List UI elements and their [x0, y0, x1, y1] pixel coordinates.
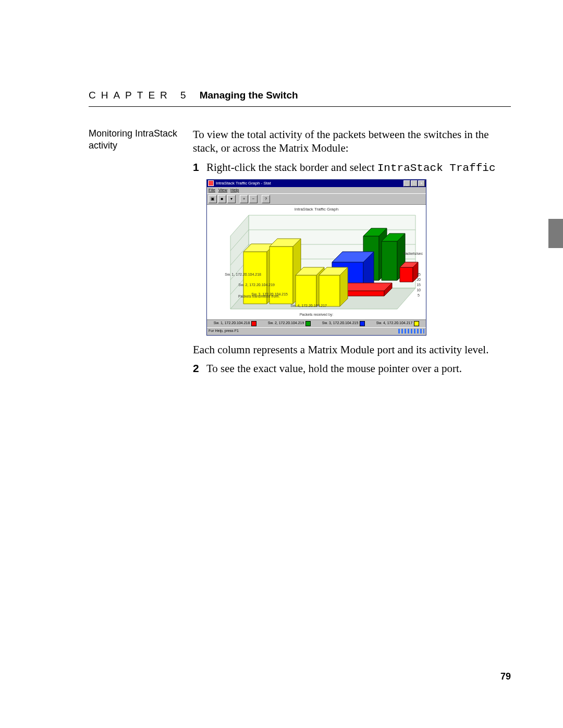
step2-text: To see the exact value, hold the mouse p… — [206, 362, 511, 375]
chapter-label: CHAPTER 5 — [89, 90, 191, 101]
toolbar-button-5[interactable]: − — [249, 195, 258, 203]
ytick-5: 5 — [418, 293, 420, 298]
legend-4-label: Sw. 4, 172.20.104.217 — [376, 321, 413, 326]
chapter-title: Managing the Switch — [200, 90, 298, 101]
legend-bar: Sw. 1, 172.20.104.218 Sw. 2, 172.20.104.… — [207, 319, 426, 327]
step-text: Right-click the stack border and select … — [206, 161, 511, 175]
ytick-15: 15 — [417, 283, 421, 288]
window-title: IntraStack Traffic Graph - Stat — [216, 181, 271, 186]
legend-3: Sw. 3, 172.20.104.215 — [322, 321, 365, 326]
step-1: 1 Right-click the stack border and selec… — [193, 161, 511, 175]
embedded-screenshot: IntraStack Traffic Graph - Stat _ □ × Fi… — [206, 179, 426, 336]
chart-svg — [207, 205, 426, 319]
main-column: To view the total activity of the packet… — [193, 128, 511, 379]
ytick-25: 25 — [417, 273, 421, 277]
close-button[interactable]: × — [418, 180, 425, 187]
row-label-1: Sw. 1, 172.20.104.218 — [214, 273, 261, 277]
x-axis-label-bottom: Packets received by: — [207, 313, 426, 317]
app-icon — [208, 180, 214, 186]
legend-2-label: Sw. 2, 172.20.104.219 — [268, 321, 304, 326]
status-hatch — [398, 329, 424, 334]
after-figure-paragraph: Each column represents a Matrix Module p… — [193, 343, 511, 356]
legend-3-swatch — [360, 321, 365, 326]
maximize-button[interactable]: □ — [411, 180, 418, 187]
margin-heading: Monitoring IntraStack activity — [89, 128, 193, 379]
row-label-4: Sw. 4, 172.20.104.217 — [280, 304, 327, 309]
menu-view[interactable]: View — [218, 188, 227, 193]
x-axis-label-top: Packets transmitted from: — [238, 294, 279, 299]
menubar[interactable]: File View Help — [207, 187, 426, 193]
legend-2: Sw. 2, 172.20.104.219 — [268, 321, 311, 326]
statusbar: For Help, press F1 — [207, 327, 426, 335]
toolbar: ▣ ■ ▾ + − ? — [207, 193, 426, 205]
page: CHAPTER 5 Managing the Switch Monitoring… — [0, 0, 563, 728]
ytick-10: 10 — [417, 288, 421, 293]
row-label-2: Sw. 2, 172.20.104.219 — [228, 283, 275, 288]
step-2: 2 To see the exact value, hold the mouse… — [193, 362, 511, 375]
legend-1-label: Sw. 1, 172.20.104.218 — [214, 321, 250, 326]
svg-marker-18 — [400, 267, 413, 282]
toolbar-button-1[interactable]: ▣ — [209, 195, 217, 203]
svg-marker-36 — [319, 275, 340, 306]
toolbar-button-2[interactable]: ■ — [218, 195, 226, 203]
legend-4-swatch — [414, 321, 419, 326]
window-titlebar[interactable]: IntraStack Traffic Graph - Stat _ □ × — [207, 180, 426, 187]
menu-file[interactable]: File — [209, 188, 215, 193]
minimize-button[interactable]: _ — [403, 180, 410, 187]
page-number: 79 — [500, 671, 511, 682]
toolbar-button-3[interactable]: ▾ — [227, 195, 236, 203]
step-number: 1 — [193, 161, 206, 175]
step-number-2: 2 — [193, 362, 206, 375]
thumb-tab — [548, 219, 563, 248]
svg-marker-33 — [296, 275, 316, 306]
step1-text-a: Right-click the stack border and select — [206, 161, 377, 174]
ytick-20: 20 — [417, 278, 421, 282]
legend-4: Sw. 4, 172.20.104.217 — [376, 321, 420, 326]
legend-1: Sw. 1, 172.20.104.218 — [214, 321, 257, 326]
status-text: For Help, press F1 — [209, 329, 239, 334]
y-axis-label: Packets/sec — [403, 252, 423, 256]
menu-help[interactable]: Help — [230, 188, 239, 193]
intro-paragraph: To view the total activity of the packet… — [193, 128, 511, 155]
running-head: CHAPTER 5 Managing the Switch — [89, 90, 511, 107]
toolbar-button-4[interactable]: + — [240, 195, 248, 203]
legend-3-label: Sw. 3, 172.20.104.215 — [322, 321, 359, 326]
svg-marker-15 — [382, 241, 397, 280]
body: Monitoring IntraStack activity To view t… — [89, 128, 511, 379]
toolbar-help-button[interactable]: ? — [262, 195, 270, 203]
step1-mono: IntraStack Traf­fic — [377, 162, 496, 174]
legend-1-swatch — [251, 321, 256, 326]
chart-area: IntraStack Traffic Graph — [207, 205, 426, 319]
legend-2-swatch — [305, 321, 311, 326]
